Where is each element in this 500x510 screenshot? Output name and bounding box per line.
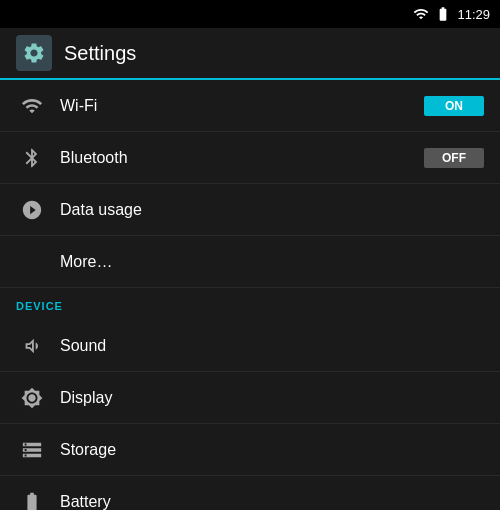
wifi-icon [16, 95, 48, 117]
more-label: More… [60, 253, 484, 271]
settings-item-more[interactable]: More… [0, 236, 500, 288]
settings-item-wifi[interactable]: Wi-Fi ON [0, 80, 500, 132]
wifi-toggle-state[interactable]: ON [424, 96, 484, 116]
battery-settings-icon [16, 491, 48, 511]
settings-item-sound[interactable]: Sound [0, 320, 500, 372]
sound-icon [16, 335, 48, 357]
app-header: Settings [0, 28, 500, 80]
display-label: Display [60, 389, 484, 407]
bluetooth-icon [16, 147, 48, 169]
settings-item-display[interactable]: Display [0, 372, 500, 424]
data-usage-label: Data usage [60, 201, 484, 219]
settings-list: Wi-Fi ON Bluetooth OFF Data usage More… … [0, 80, 500, 510]
status-time: 11:29 [457, 7, 490, 22]
settings-gear-icon [22, 41, 46, 65]
settings-item-storage[interactable]: Storage [0, 424, 500, 476]
bluetooth-toggle-state[interactable]: OFF [424, 148, 484, 168]
page-title: Settings [64, 42, 136, 65]
sound-label: Sound [60, 337, 484, 355]
bluetooth-label: Bluetooth [60, 149, 424, 167]
display-icon [16, 387, 48, 409]
wifi-label: Wi-Fi [60, 97, 424, 115]
device-section-header: DEVICE [0, 288, 500, 320]
settings-item-data-usage[interactable]: Data usage [0, 184, 500, 236]
status-icons: 11:29 [413, 6, 490, 22]
wifi-signal-icon [413, 6, 429, 22]
battery-label: Battery [60, 493, 484, 511]
data-usage-icon [16, 199, 48, 221]
wifi-toggle[interactable]: ON [424, 96, 484, 116]
settings-item-battery[interactable]: Battery [0, 476, 500, 510]
settings-header-icon [16, 35, 52, 71]
storage-icon [16, 439, 48, 461]
settings-item-bluetooth[interactable]: Bluetooth OFF [0, 132, 500, 184]
battery-icon [435, 6, 451, 22]
status-bar: 11:29 [0, 0, 500, 28]
storage-label: Storage [60, 441, 484, 459]
bluetooth-toggle[interactable]: OFF [424, 148, 484, 168]
